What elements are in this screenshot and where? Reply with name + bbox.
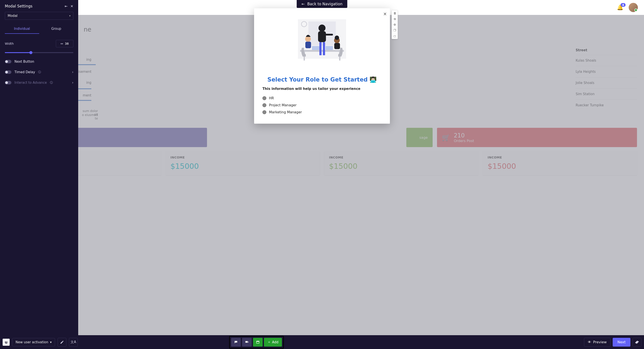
svg-rect-3 bbox=[300, 50, 344, 52]
onboarding-modal: ✕ bbox=[254, 8, 390, 124]
add-step-button[interactable]: ＋ Add bbox=[264, 338, 282, 346]
option-next-button: Next Button bbox=[5, 60, 74, 64]
next-button[interactable]: Next bbox=[613, 338, 630, 346]
add-label: Add bbox=[272, 340, 278, 344]
slider-fill bbox=[5, 52, 31, 53]
svg-rect-17 bbox=[326, 46, 333, 50]
slideout-icon bbox=[245, 340, 249, 344]
role-option-marketing[interactable]: Marketing Manager bbox=[262, 109, 382, 116]
settings-panel-body: Modal ▾ Individual Group Width ↔ 38 Next… bbox=[0, 11, 78, 85]
duplicate-icon[interactable]: ❐ bbox=[392, 28, 398, 33]
translate-icon: 文A bbox=[70, 340, 76, 344]
svg-rect-15 bbox=[334, 43, 340, 49]
radio-icon bbox=[262, 96, 266, 100]
svg-rect-7 bbox=[318, 31, 326, 42]
svg-point-11 bbox=[305, 36, 311, 42]
role-label: HR bbox=[269, 96, 274, 100]
settings-panel-header: Modal Settings ⇤ ✕ bbox=[0, 0, 78, 11]
hero-illustration bbox=[294, 15, 350, 68]
tab-individual[interactable]: Individual bbox=[5, 24, 39, 34]
step-tooltip[interactable] bbox=[231, 338, 241, 346]
bottom-bar-right: 👁 Preview Next bbox=[584, 338, 641, 346]
svg-rect-9 bbox=[323, 42, 325, 55]
role-label: Marketing Manager bbox=[269, 110, 302, 114]
copy-icon[interactable]: ⧉ bbox=[392, 16, 398, 22]
delete-icon[interactable]: 🗑 bbox=[392, 10, 398, 16]
tab-group[interactable]: Group bbox=[39, 24, 74, 34]
modal-title: Select Your Role to Get Started 👨🏻‍💻 bbox=[262, 76, 382, 83]
width-input[interactable]: ↔ 38 bbox=[56, 40, 74, 47]
step-slideout[interactable] bbox=[242, 338, 252, 346]
selector-value: Modal bbox=[8, 14, 18, 18]
close-icon[interactable]: ✕ bbox=[69, 4, 75, 8]
next-button-toggle[interactable] bbox=[5, 60, 12, 63]
modal-tools: 🗑 ⧉ ⚙ ❐ ◻ bbox=[392, 10, 398, 39]
svg-rect-18 bbox=[245, 341, 248, 343]
close-icon[interactable]: ✕ bbox=[383, 12, 387, 17]
chevron-down-icon: ▾ bbox=[69, 14, 70, 17]
role-option-pm[interactable]: Project Manager bbox=[262, 102, 382, 109]
plus-icon: ＋ bbox=[268, 340, 271, 344]
option-timed-delay[interactable]: Timed Delay ⓘ › bbox=[5, 70, 74, 74]
settings-button[interactable] bbox=[632, 338, 641, 346]
back-label: Back to Navigation bbox=[307, 2, 342, 6]
flow-selector[interactable]: New user activation ▾ bbox=[12, 338, 55, 346]
dock-icon[interactable]: ⇤ bbox=[63, 4, 69, 8]
modal-subtitle: This information will help us tailor you… bbox=[262, 87, 382, 91]
step-modal[interactable] bbox=[253, 338, 263, 346]
role-option-hr[interactable]: HR bbox=[262, 95, 382, 102]
gear-icon bbox=[635, 340, 639, 344]
option-interact-advance[interactable]: Interact to Advance ⓘ › bbox=[5, 81, 74, 85]
settings-tabs: Individual Group bbox=[5, 24, 74, 34]
radio-icon bbox=[262, 110, 266, 114]
pencil-icon bbox=[60, 340, 64, 344]
step-cluster: ＋ Add bbox=[229, 336, 284, 348]
svg-rect-10 bbox=[326, 34, 333, 36]
svg-rect-12 bbox=[305, 42, 311, 48]
width-slider[interactable] bbox=[5, 52, 74, 53]
bookmark-icon[interactable]: ◻ bbox=[392, 33, 398, 39]
interact-advance-toggle[interactable] bbox=[5, 81, 12, 84]
svg-rect-20 bbox=[256, 341, 259, 341]
svg-rect-16 bbox=[312, 46, 319, 50]
resize-icon: ↔ bbox=[60, 42, 63, 45]
info-icon[interactable]: ⓘ bbox=[38, 70, 41, 74]
option-label: Timed Delay bbox=[14, 70, 35, 74]
edit-button[interactable] bbox=[58, 338, 66, 346]
svg-rect-8 bbox=[319, 42, 322, 55]
bottom-bar: u New user activation ▾ 文A ＋ Add 👁 Previ… bbox=[0, 335, 644, 349]
timed-delay-toggle[interactable] bbox=[5, 70, 12, 74]
preview-button[interactable]: 👁 Preview bbox=[584, 338, 610, 346]
width-row: Width ↔ 38 bbox=[5, 40, 74, 47]
flow-name: New user activation bbox=[16, 340, 48, 344]
component-selector[interactable]: Modal ▾ bbox=[5, 12, 74, 20]
notifications-button[interactable]: 🔔 4 bbox=[617, 5, 624, 11]
arrow-left-icon: ← bbox=[302, 2, 304, 6]
chevron-right-icon: › bbox=[72, 70, 74, 74]
role-label: Project Manager bbox=[269, 103, 296, 107]
settings-panel-title: Modal Settings bbox=[5, 4, 63, 8]
chevron-down-icon: ▾ bbox=[50, 340, 52, 344]
translate-button[interactable]: 文A bbox=[69, 338, 78, 346]
notification-badge: 4 bbox=[620, 3, 626, 7]
tooltip-icon bbox=[234, 340, 238, 344]
settings-icon[interactable]: ⚙ bbox=[392, 22, 398, 28]
settings-panel: Modal Settings ⇤ ✕ Modal ▾ Individual Gr… bbox=[0, 0, 78, 335]
back-to-navigation[interactable]: ← Back to Navigation bbox=[296, 0, 347, 8]
preview-label: Preview bbox=[593, 340, 606, 344]
info-icon[interactable]: ⓘ bbox=[50, 81, 53, 85]
next-label: Next bbox=[618, 340, 626, 344]
option-label: Interact to Advance bbox=[14, 81, 47, 85]
slider-thumb[interactable] bbox=[29, 51, 32, 54]
modal-icon bbox=[256, 340, 260, 344]
radio-icon bbox=[262, 103, 266, 107]
width-value: 38 bbox=[65, 42, 69, 45]
option-label: Next Button bbox=[14, 60, 34, 64]
width-label: Width bbox=[5, 42, 14, 45]
eye-icon: 👁 bbox=[588, 340, 591, 344]
chevron-right-icon: › bbox=[72, 81, 74, 85]
svg-point-14 bbox=[335, 36, 339, 40]
app-logo[interactable]: u bbox=[3, 339, 10, 346]
avatar[interactable] bbox=[629, 3, 638, 12]
svg-point-6 bbox=[318, 25, 326, 32]
